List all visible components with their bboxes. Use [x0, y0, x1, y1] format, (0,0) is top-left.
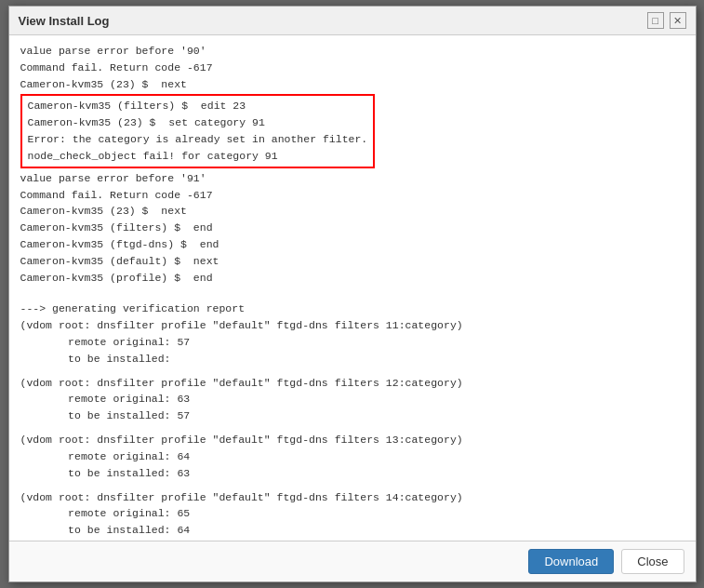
log-line: value parse error before '91' [20, 170, 684, 187]
log-line: Cameron-kvm35 (23) $ next [20, 203, 684, 220]
dialog-title: View Install Log [19, 14, 110, 28]
log-line: node_check_object fail! for category 91 [28, 148, 368, 165]
log-line: Cameron-kvm35 (filters) $ end [20, 220, 684, 236]
log-line: Cameron-kvm35 (default) $ next [20, 253, 684, 270]
log-line: (vdom root: dnsfilter profile "default" … [20, 375, 684, 392]
log-line: Cameron-kvm35 (filters) $ edit 23 [28, 98, 368, 114]
log-line: (vdom root: dnsfilter profile "default" … [20, 432, 684, 448]
log-line: to be installed: [20, 351, 684, 368]
close-button[interactable]: Close [621, 549, 684, 574]
log-line: remote original: 63 [20, 391, 684, 408]
log-line: to be installed: 63 [20, 465, 684, 482]
download-button[interactable]: Download [528, 549, 614, 574]
log-line: Cameron-kvm35 (profile) $ end [20, 270, 684, 287]
log-line: ---> generating verification report [20, 301, 684, 317]
log-line: to be installed: 64 [20, 522, 684, 539]
titlebar-controls: □ ✕ [647, 12, 686, 29]
log-line: Command fail. Return code -617 [20, 60, 684, 76]
log-line: Cameron-kvm35 (ftgd-dns) $ end [20, 236, 684, 253]
log-line: Error: the category is already set in an… [28, 131, 368, 148]
log-line: remote original: 65 [20, 505, 684, 522]
highlighted-error-block: Cameron-kvm35 (filters) $ edit 23 Camero… [20, 94, 376, 167]
log-line: Command fail. Return code -617 [20, 187, 684, 204]
minimize-button[interactable]: □ [647, 12, 664, 29]
log-line: remote original: 57 [20, 334, 684, 351]
dialog-footer: Download Close [9, 541, 696, 581]
view-install-log-dialog: View Install Log □ ✕ value parse error b… [8, 6, 697, 582]
dialog-titlebar: View Install Log □ ✕ [9, 7, 696, 35]
dialog-close-button[interactable]: ✕ [670, 12, 686, 29]
log-line: (vdom root: dnsfilter profile "default" … [20, 489, 684, 506]
log-line: Cameron-kvm35 (23) $ set category 91 [28, 114, 368, 131]
log-line: (vdom root: dnsfilter profile "default" … [20, 317, 684, 334]
log-line: value parse error before '90' [20, 43, 684, 60]
log-content-area: value parse error before '90' Command fa… [9, 35, 696, 541]
log-line: Cameron-kvm35 (23) $ next [20, 76, 684, 93]
log-line: to be installed: 57 [20, 408, 684, 424]
log-line: remote original: 64 [20, 448, 684, 465]
